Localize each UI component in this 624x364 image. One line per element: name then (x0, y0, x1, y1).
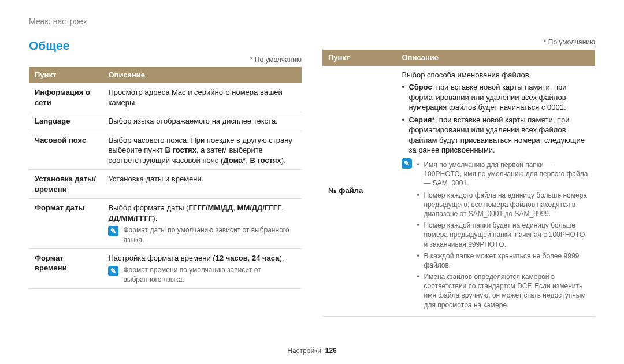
item-desc: Просмотр адреса Mac и серийного номера в… (102, 83, 302, 112)
item-label: № файла (322, 66, 396, 317)
item-desc: Установка даты и времени. (102, 170, 302, 199)
table-row: Установка даты/времени Установка даты и … (29, 170, 302, 199)
table-row: Формат времени Настройка формата времени… (29, 248, 302, 288)
table-row: № файла Выбор способа именования файлов.… (322, 66, 595, 317)
table-row: Language Выбор языка отображаемого на ди… (29, 112, 302, 131)
left-column: Общее * По умолчанию Пункт Описание Инфо… (29, 38, 302, 317)
breadcrumb: Меню настроек (29, 16, 595, 27)
item-desc: Выбор формата даты (ГГГГ/ММ/ДД, ММ/ДД/ГГ… (102, 199, 302, 248)
item-desc: Выбор языка отображаемого на дисплее тек… (102, 112, 302, 131)
note-text: Имя по умолчанию для первой папки — 100P… (417, 158, 589, 312)
note-text: Формат времени по умолчанию зависит от в… (123, 265, 296, 284)
table-row: Часовой пояс Выбор часового пояса. При п… (29, 131, 302, 170)
table-row: Формат даты Выбор формата даты (ГГГГ/ММ/… (29, 199, 302, 248)
note-icon: ✎ (402, 158, 412, 169)
item-label: Информация о сети (29, 83, 102, 112)
item-label: Установка даты/времени (29, 170, 102, 199)
item-desc: Выбор способа именования файлов. Сброс: … (396, 66, 595, 317)
table-row: Информация о сети Просмотр адреса Mac и … (29, 83, 302, 112)
default-note-right: * По умолчанию (322, 38, 595, 47)
col-header-item: Пункт (29, 67, 102, 83)
item-desc: Настройка формата времени (12 часов, 24 … (102, 248, 302, 288)
item-label: Формат времени (29, 248, 102, 288)
page-footer: Настройки 126 (0, 346, 624, 355)
col-header-item: Пункт (322, 50, 396, 66)
right-column: * По умолчанию Пункт Описание № файла Вы… (322, 38, 595, 317)
default-note-left: * По умолчанию (29, 55, 302, 64)
note-icon: ✎ (108, 226, 118, 236)
col-header-desc: Описание (396, 50, 595, 66)
col-header-desc: Описание (102, 67, 302, 83)
note-icon: ✎ (108, 266, 118, 276)
item-label: Language (29, 112, 102, 131)
item-desc: Выбор часового пояса. При поездке в друг… (102, 131, 302, 170)
item-label: Формат даты (29, 199, 102, 248)
section-heading: Общее (29, 38, 302, 54)
item-label: Часовой пояс (29, 131, 102, 170)
settings-table-right: Пункт Описание № файла Выбор способа име… (322, 50, 595, 317)
note-text: Формат даты по умолчанию зависит от выбр… (123, 225, 296, 244)
settings-table-left: Пункт Описание Информация о сети Просмот… (29, 67, 302, 288)
